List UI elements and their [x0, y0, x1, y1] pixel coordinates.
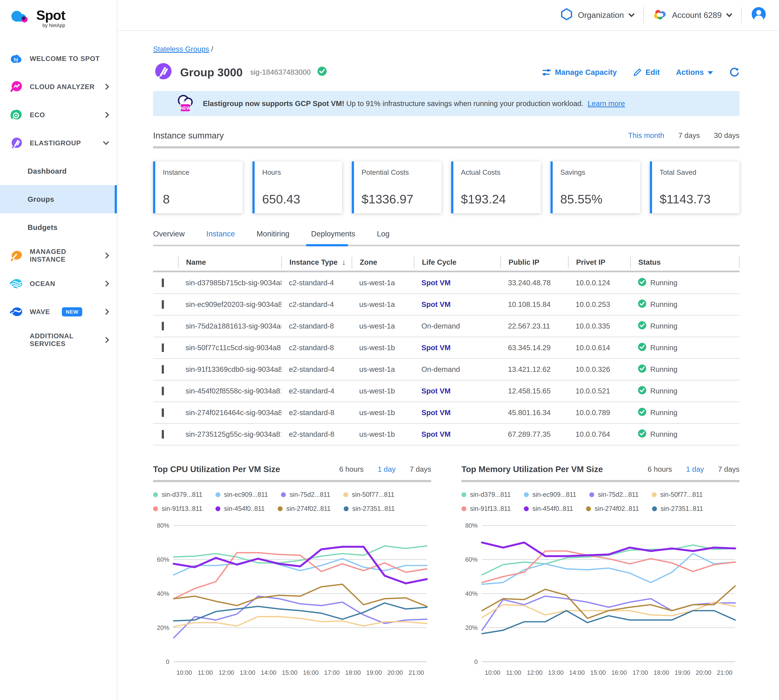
legend-item: sin-27351..811	[344, 505, 395, 512]
status-text: Running	[650, 343, 677, 352]
legend-item: sin-75d2...811	[281, 491, 330, 498]
summary-period-7-days[interactable]: 7 days	[678, 131, 700, 140]
chart-underline	[462, 480, 739, 482]
sidebar: Spot by NetApp hiWELCOME TO SPOTCLOUD AN…	[0, 0, 117, 700]
svg-text:14:00: 14:00	[261, 669, 276, 676]
organization-hexagon-icon	[560, 8, 572, 23]
row-checkbox[interactable]	[162, 365, 164, 373]
sidebar-item-managed-instance[interactable]: MANAGED INSTANCE	[0, 242, 117, 270]
summary-period-30-days[interactable]: 30 days	[714, 131, 739, 140]
legend-item: sin-d379...811	[462, 491, 511, 498]
sidebar-item-groups[interactable]: Groups	[0, 185, 117, 213]
legend-dot-icon	[586, 506, 591, 511]
row-checkbox[interactable]	[162, 343, 164, 352]
chart-range-1-day[interactable]: 1 day	[686, 465, 704, 473]
row-checkbox[interactable]	[162, 300, 164, 309]
cell-privet-ip: 10.0.0.326	[568, 365, 630, 373]
cell-name: sin-75d2a1881613-sig-9034a811	[178, 322, 281, 330]
summary-period-tabs: This month7 days30 days	[628, 131, 739, 140]
row-checkbox[interactable]	[162, 408, 164, 417]
eco-icon	[9, 108, 23, 122]
manage-capacity-button[interactable]: Manage Capacity	[542, 68, 617, 77]
summary-card-potential-costs: Potential Costs $1336.97	[352, 162, 442, 213]
sidebar-item-ocean[interactable]: OCEAN	[0, 270, 117, 298]
column-header-zone[interactable]: Zone	[352, 257, 414, 268]
cell-name: sin-ec909ef20203-sig-9034a811	[178, 300, 281, 309]
cell-status: Running	[630, 386, 739, 396]
main-area: Organization Account 6289	[117, 0, 779, 700]
chart-title: Top CPU Utilization Per VM Size	[153, 464, 280, 474]
learn-more-link[interactable]: Learn more	[588, 99, 625, 108]
sidebar-item-label: ECO	[30, 111, 45, 119]
row-checkbox[interactable]	[162, 278, 164, 287]
sidebar-nav: hiWELCOME TO SPOTCLOUD ANALYZERECOELASTI…	[0, 45, 117, 354]
chart-range-6-hours[interactable]: 6 hours	[339, 465, 364, 473]
summary-period-this-month[interactable]: This month	[628, 131, 664, 140]
sidebar-item-cloud-analyzer[interactable]: CLOUD ANALYZER	[0, 73, 117, 101]
cell-status: Running	[630, 299, 739, 310]
title-actions: Manage Capacity Edit Actions	[542, 67, 739, 77]
refresh-button[interactable]	[729, 67, 739, 77]
breadcrumb-link-stateless-groups[interactable]: Stateless Groups	[153, 45, 209, 53]
tab-overview[interactable]: Overview	[153, 230, 185, 238]
chart-range-6-hours[interactable]: 6 hours	[648, 465, 672, 473]
sidebar-item-label: WAVE	[30, 308, 50, 316]
legend-item: sin-274f02..811	[278, 505, 331, 512]
tab-monitiring[interactable]: Monitiring	[257, 230, 289, 238]
svg-text:15:00: 15:00	[282, 669, 297, 676]
column-header-public-ip[interactable]: Public IP	[500, 257, 568, 268]
sidebar-item-dashboard[interactable]: Dashboard	[0, 157, 117, 185]
cell-instance-type: e2-standard-8	[281, 408, 352, 417]
organization-selector[interactable]: Organization	[560, 8, 634, 23]
summary-card-actual-costs: Actual Costs $193.24	[451, 162, 541, 213]
chart-range-1-day[interactable]: 1 day	[378, 465, 395, 473]
cell-instance-type: c2-standard-8	[281, 343, 352, 352]
sidebar-item-welcome[interactable]: hiWELCOME TO SPOT	[0, 45, 117, 73]
managed-instance-icon	[9, 248, 23, 263]
row-checkbox[interactable]	[162, 387, 164, 395]
column-header-instance-type[interactable]: Instance Type↓	[281, 257, 352, 268]
ocean-icon	[9, 277, 23, 291]
actions-dropdown-button[interactable]: Actions	[676, 68, 713, 77]
sidebar-item-elastigroup[interactable]: ELASTIGROUP	[0, 129, 117, 157]
svg-text:12:00: 12:00	[527, 669, 542, 676]
chart-range-7-days[interactable]: 7 days	[410, 465, 431, 473]
column-header-life-cycle[interactable]: Life Cycle	[414, 257, 500, 268]
user-avatar[interactable]	[751, 7, 766, 23]
edit-button[interactable]: Edit	[633, 68, 660, 77]
column-header-privet-ip[interactable]: Privet IP	[568, 257, 630, 268]
tab-deployments[interactable]: Deployments	[311, 230, 355, 238]
detail-tabs: OverviewInstanceMonitiringDeploymentsLog	[153, 230, 739, 238]
sidebar-item-eco[interactable]: ECO	[0, 101, 117, 129]
refresh-icon	[729, 67, 739, 77]
cell-public-ip: 12.458.15.65	[500, 387, 568, 395]
cell-name: sin-2735125g55c-sig-9034a811	[178, 430, 281, 438]
chevron-down-icon	[726, 11, 732, 17]
sidebar-item-wave[interactable]: WAVENEW	[0, 298, 117, 326]
row-checkbox[interactable]	[162, 322, 164, 330]
row-checkbox[interactable]	[162, 430, 164, 438]
chart-underline	[153, 480, 431, 482]
legend-dot-icon	[153, 506, 158, 511]
column-header-status[interactable]: Status	[630, 257, 739, 268]
sidebar-item-budgets[interactable]: Budgets	[0, 213, 117, 242]
svg-text:18:00: 18:00	[345, 669, 361, 676]
status-text: Running	[650, 387, 677, 395]
wave-icon	[9, 305, 23, 319]
tab-log[interactable]: Log	[377, 230, 389, 238]
sidebar-item-additional-services[interactable]: ADDITIONAL SERVICES	[0, 326, 117, 354]
account-selector[interactable]: Account 6289	[654, 9, 731, 22]
status-text: Running	[650, 430, 677, 438]
series-line-sin-454f0..811	[482, 543, 735, 556]
column-header-name[interactable]: Name	[178, 257, 281, 268]
chevron-right-icon	[103, 84, 109, 90]
spot-logo: Spot by NetApp	[0, 0, 117, 28]
lifecycle-spot-vm: Spot VM	[421, 343, 450, 352]
sidebar-item-label: Budgets	[28, 223, 58, 232]
chart-range-7-days[interactable]: 7 days	[718, 465, 739, 473]
legend-dot-icon	[344, 506, 349, 511]
legend-dot-icon	[524, 492, 529, 497]
tab-instance[interactable]: Instance	[206, 230, 235, 238]
card-value: 8	[163, 192, 235, 206]
sort-arrow-icon[interactable]: ↓	[342, 258, 346, 267]
